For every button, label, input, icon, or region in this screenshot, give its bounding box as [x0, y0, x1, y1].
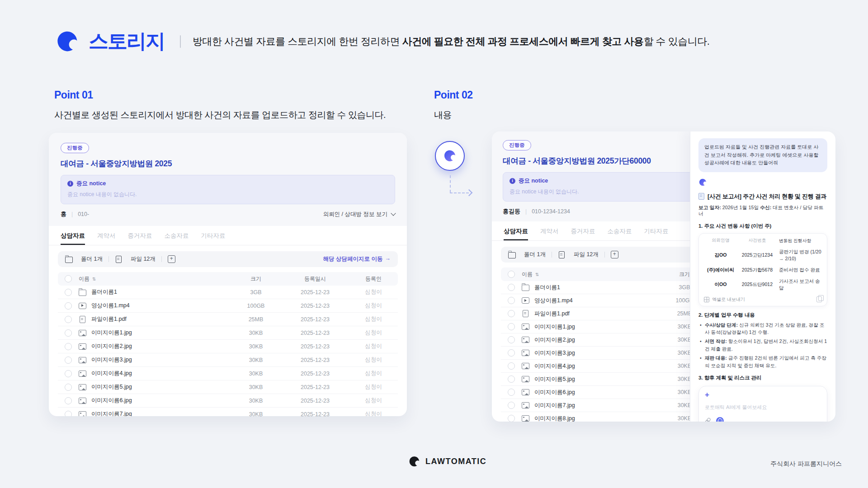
file-type-icon [522, 324, 529, 330]
column-name[interactable]: 이름 [79, 275, 231, 283]
tab[interactable]: 기타자료 [644, 227, 669, 240]
tab[interactable]: 소송자료 [165, 232, 189, 245]
table-row[interactable]: 이미지이름1.jpg 30KB 2025-12-23 심청이 [58, 326, 398, 340]
row-checkbox[interactable] [508, 375, 515, 383]
attach-plus-button[interactable]: + [705, 391, 821, 399]
go-to-consult-page-link[interactable]: 해당 상담페이지로 이동→ [323, 255, 391, 263]
table-row[interactable]: 이미지이름4.jpg 30KB 2025-12-23 심청이 [58, 367, 398, 380]
add-file-icon[interactable] [611, 251, 618, 258]
link-icon[interactable] [703, 417, 712, 422]
report-table: 의뢰인명 사건번호 변동된 진행사항 김OO 2025고단1234 공판기일 변… [698, 233, 827, 306]
file-registrant: 심청이 [349, 410, 398, 416]
client-name: 홍길동 [503, 207, 520, 216]
ai-input-box[interactable]: + 로토매틱 AI에게 물어보세요 [698, 386, 827, 422]
file-name: 이미지이름3.jpg [534, 349, 575, 357]
tab[interactable]: 상담자료 [61, 232, 85, 245]
ai-report-panel: 업로드된 자료들 및 사건 진행관련 자료를 토대로 사건 보고서 작성해줘. … [690, 131, 835, 422]
client-info-toggle[interactable]: 의뢰인 / 상대방 정보 보기 [323, 211, 395, 218]
file-count-button[interactable]: 파일 12개 [558, 251, 599, 258]
row-checkbox[interactable] [508, 323, 515, 330]
row-checkbox[interactable] [508, 349, 515, 357]
tab[interactable]: 증거자료 [128, 232, 152, 245]
file-name: 폴더이름1 [91, 288, 117, 296]
chevron-down-icon [391, 211, 396, 216]
bullet-lead: 재판 대응: [705, 355, 727, 361]
table-row[interactable]: 이미지이름5.jpg 30KB 2025-12-23 심청이 [58, 380, 398, 394]
globe-icon[interactable] [716, 417, 724, 422]
table-row: 김OO 2025고단1234 공판기일 변경 (1/20 → 2/10) [704, 246, 822, 264]
tab[interactable]: 증거자료 [571, 227, 595, 240]
file-count-button[interactable]: 파일 12개 [115, 255, 156, 263]
row-checkbox[interactable] [65, 397, 72, 404]
case-title: 대여금 - 서울중앙지방법원 2025 [61, 158, 395, 169]
file-registrant: 심청이 [349, 329, 398, 337]
row-checkbox[interactable] [508, 284, 515, 291]
file-type-icon [79, 303, 86, 309]
file-name: 이미지이름1.jpg [534, 323, 575, 331]
file-name: 폴더이름1 [534, 284, 560, 291]
table-row: 이OO 2025드단9012 가사조사 보고서 송달 [704, 276, 822, 294]
column-name[interactable]: 이름 [522, 271, 659, 278]
file-type-icon [522, 415, 529, 422]
file-type-icon [79, 371, 86, 377]
file-name: 이미지이름6.jpg [534, 389, 575, 396]
export-excel-button[interactable]: 엑셀로 내보내기 [712, 296, 745, 303]
tab[interactable]: 소송자료 [608, 227, 632, 240]
file-table: 이름 크기 등록일시 등록인 폴더이름1 3GB 2025-12-23 심청이 [58, 272, 398, 416]
row-checkbox[interactable] [508, 336, 515, 343]
tab[interactable]: 계약서 [97, 232, 116, 245]
folder-count-button[interactable]: 폴더 1개 [508, 251, 546, 258]
row-checkbox[interactable] [65, 384, 72, 391]
tab[interactable]: 상담자료 [504, 227, 528, 240]
point-01-desc: 사건별로 생성된 스토리지에서 방대한 사건의 자료를 업로드하고 정리할 수 … [54, 109, 386, 121]
table-row[interactable]: 이미지이름2.jpg 30KB 2025-12-23 심청이 [58, 340, 398, 353]
report-table-rows: 김OO 2025고단1234 공판기일 변경 (1/20 → 2/10) (주)… [704, 246, 822, 293]
row-checkbox[interactable] [508, 310, 515, 317]
add-file-icon[interactable] [168, 255, 175, 263]
table-row[interactable]: 파일이름1.pdf 25MB 2025-12-23 심청이 [58, 313, 398, 326]
file-registrant: 심청이 [349, 343, 398, 350]
tab[interactable]: 기타자료 [201, 232, 226, 245]
table-row[interactable]: 이미지이름3.jpg 30KB 2025-12-23 심청이 [58, 353, 398, 367]
table-row[interactable]: 폴더이름1 3GB 2025-12-23 심청이 [58, 286, 398, 299]
file-type-icon [522, 389, 529, 395]
file-name: 이미지이름5.jpg [534, 375, 575, 383]
row-checkbox[interactable] [508, 362, 515, 370]
row-checkbox[interactable] [65, 316, 72, 323]
file-size: 25MB [231, 316, 281, 323]
row-checkbox[interactable] [65, 411, 72, 417]
file-type-icon [79, 330, 86, 336]
report-table-header: 의뢰인명 사건번호 변동된 진행사항 [704, 238, 822, 247]
table-row[interactable]: 이미지이름6.jpg 30KB 2025-12-23 심청이 [58, 394, 398, 408]
row-checkbox[interactable] [65, 329, 72, 337]
storage-card-right: 진행중 대여금 - 서울중앙지방법원 2025가단60000 중요 notice… [492, 131, 835, 422]
row-checkbox[interactable] [508, 415, 515, 422]
row-checkbox[interactable] [65, 357, 72, 364]
bullet-item: 재판 대응: 금주 진행된 2건의 변론 기일에서 피고 측 주장의 모순점 지… [700, 354, 827, 369]
row-checkbox[interactable] [508, 297, 515, 304]
select-all-checkbox[interactable] [508, 271, 515, 278]
row-checkbox[interactable] [65, 289, 72, 296]
case-no-cell: 2025고단1234 [737, 252, 777, 258]
toolbar-divider [604, 252, 605, 258]
row-checkbox[interactable] [65, 370, 72, 377]
info-icon [509, 178, 515, 184]
copy-icon[interactable] [816, 296, 822, 302]
divider: | [71, 211, 73, 217]
row-checkbox[interactable] [508, 389, 515, 396]
row-checkbox[interactable] [65, 302, 72, 310]
table-row[interactable]: 이미지이름7.jpg 30KB 2025-12-23 심청이 [58, 408, 398, 416]
folder-count-button[interactable]: 폴더 1개 [65, 255, 103, 263]
file-type-icon [522, 402, 529, 408]
tab[interactable]: 계약서 [540, 227, 559, 240]
client-phone: 010- [78, 211, 89, 217]
file-size: 30KB [231, 343, 281, 350]
page-title: 스토리지 [89, 28, 165, 55]
file-size: 3GB [231, 289, 281, 296]
table-row[interactable]: 영상이름1.mp4 100GB 2025-12-23 심청이 [58, 299, 398, 313]
select-all-checkbox[interactable] [65, 275, 72, 282]
row-checkbox[interactable] [508, 402, 515, 409]
file-name: 이미지이름8.jpg [534, 415, 575, 422]
company-name: 주식회사 파프롬지니어스 [770, 460, 842, 468]
row-checkbox[interactable] [65, 343, 72, 350]
